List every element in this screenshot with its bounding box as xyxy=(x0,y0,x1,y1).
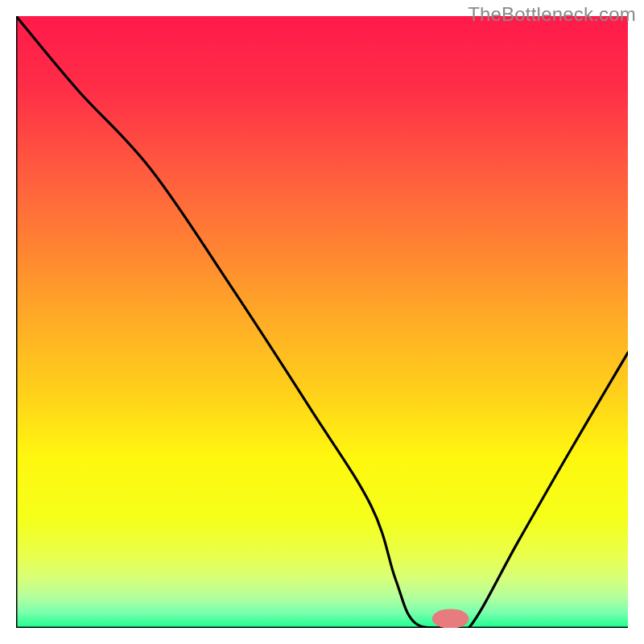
watermark-text: TheBottleneck.com xyxy=(468,3,636,26)
chart-container: TheBottleneck.com xyxy=(0,0,644,644)
chart-svg xyxy=(16,16,628,628)
plot-area xyxy=(16,16,628,628)
optimum-marker xyxy=(432,609,469,628)
gradient-fill xyxy=(16,16,628,628)
